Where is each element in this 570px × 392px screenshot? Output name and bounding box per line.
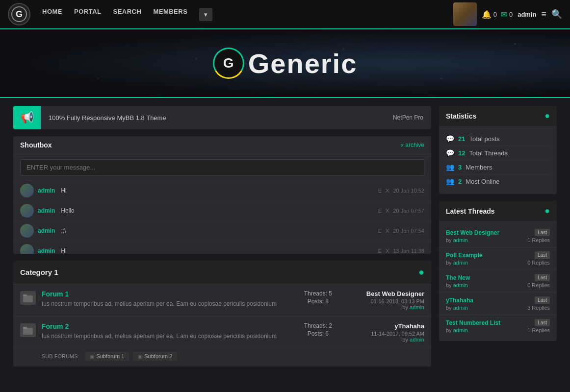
forum-info: Forum 2 Ius nostrum temporibus ad, meliu… xyxy=(42,322,290,341)
shout-delete-button[interactable]: X xyxy=(386,228,389,234)
comment-icon: 💬 xyxy=(446,135,454,143)
thread-last-button[interactable]: Last xyxy=(535,296,550,304)
nav-search[interactable]: SEARCH xyxy=(113,8,141,21)
main-content: 📢 100% Fully Responsive MyBB 1.8 Theme N… xyxy=(5,98,565,374)
username-label: admin xyxy=(518,11,536,18)
thread-count: Threads: 5 xyxy=(304,290,332,297)
shout-actions: E X xyxy=(378,248,389,254)
shout-author[interactable]: admin xyxy=(38,187,55,194)
search-icon-button[interactable]: 🔍 xyxy=(551,9,562,20)
svg-rect-14 xyxy=(23,327,27,329)
last-thread-title[interactable]: yThahaha xyxy=(346,322,424,330)
thread-name[interactable]: Best Web Designer xyxy=(446,229,531,236)
shout-delete-button[interactable]: X xyxy=(386,208,389,214)
statistics-toggle[interactable]: ● xyxy=(544,111,550,121)
avatar xyxy=(20,184,34,197)
nav-links: HOME PORTAL SEARCH MEMBERS ▾ xyxy=(42,8,453,21)
last-post-author-link[interactable]: admin xyxy=(410,337,424,343)
shout-author[interactable]: admin xyxy=(38,207,55,214)
thread-author-link[interactable]: admin xyxy=(453,282,468,288)
thread-author-link[interactable]: admin xyxy=(453,237,468,243)
subforum-tag[interactable]: ▣ Subforum 1 xyxy=(85,352,129,361)
thread-last-button[interactable]: Last xyxy=(535,274,550,281)
shout-author[interactable]: admin xyxy=(38,247,55,254)
forum-name[interactable]: Forum 2 xyxy=(42,322,290,330)
shoutbox-title: Shoutbox xyxy=(20,141,52,149)
nav-dropdown-button[interactable]: ▾ xyxy=(199,8,212,21)
banner-logo: G xyxy=(213,48,244,79)
thread-by: by admin xyxy=(446,327,468,333)
shout-time: 13 Jan 11:38 xyxy=(393,248,424,254)
forum-stats: Threads: 5 Posts: 8 xyxy=(296,290,340,306)
svg-rect-11 xyxy=(23,295,33,302)
list-item: admin ;;\ E X 20 Jan 07:54 xyxy=(13,220,431,241)
latest-threads-panel: Latest Threads ● Best Web Designer Last … xyxy=(439,201,557,341)
shout-time: 20 Jan 10:52 xyxy=(393,188,424,194)
svg-point-9 xyxy=(98,78,99,79)
thread-author-link[interactable]: admin xyxy=(453,327,468,333)
right-sidebar: Statistics ● 💬 21 Total posts 💬 12 Total… xyxy=(439,106,557,367)
forum-icon xyxy=(20,291,36,305)
thread-name[interactable]: Poll Example xyxy=(446,252,531,259)
category-toggle[interactable]: ● xyxy=(418,267,424,278)
shoutbox-archive-link[interactable]: « archive xyxy=(400,142,424,148)
shout-actions: E X xyxy=(378,228,389,234)
thread-top: Test Numbered List Last xyxy=(446,319,550,326)
nav-members[interactable]: MEMBERS xyxy=(153,8,187,21)
last-post-author-link[interactable]: admin xyxy=(410,304,424,310)
last-thread-date: 11-14-2017, 09:52 AM xyxy=(346,331,424,337)
thread-by: by admin xyxy=(446,282,468,288)
nav-home[interactable]: HOME xyxy=(42,8,62,21)
category-section: Category 1 ● Forum 1 Ius nostrum tempori… xyxy=(13,261,431,367)
forum-info: Forum 1 Ius nostrum temporibus ad, meliu… xyxy=(42,290,290,308)
site-logo[interactable]: G xyxy=(8,3,30,25)
statistics-list: 💬 21 Total posts 💬 12 Total Threads 👥 3 … xyxy=(439,126,557,194)
shout-author[interactable]: admin xyxy=(38,227,55,234)
list-item: admin Hi E X 20 Jan 10:52 xyxy=(13,180,431,200)
post-count: Posts: 6 xyxy=(304,330,332,337)
shout-delete-button[interactable]: X xyxy=(386,188,389,194)
forum-stats: Threads: 2 Posts: 6 xyxy=(296,322,340,338)
thread-top: yThahaha Last xyxy=(446,296,550,304)
hamburger-menu-button[interactable]: ≡ xyxy=(541,9,546,20)
thread-author-link[interactable]: admin xyxy=(453,305,468,311)
nav-portal[interactable]: PORTAL xyxy=(74,8,101,21)
thread-by: by admin xyxy=(446,305,468,311)
thread-last-button[interactable]: Last xyxy=(535,319,550,326)
thread-name[interactable]: Test Numbered List xyxy=(446,319,531,326)
notification-area: 🔔 0 ✉ 0 admin xyxy=(482,10,537,19)
shout-edit-button[interactable]: E xyxy=(378,228,382,234)
announcement-icon: 📢 xyxy=(13,106,41,129)
shout-delete-button[interactable]: X xyxy=(386,248,389,254)
thread-by: by admin xyxy=(446,260,468,266)
announcement-bar: 📢 100% Fully Responsive MyBB 1.8 Theme N… xyxy=(13,106,431,129)
last-thread-title[interactable]: Best Web Designer xyxy=(346,290,424,297)
logo-letter: G xyxy=(11,6,27,22)
announcement-link[interactable]: NetPen Pro xyxy=(393,114,431,121)
forum-name[interactable]: Forum 1 xyxy=(42,290,290,298)
mail-icon: ✉ xyxy=(501,10,507,19)
subforum-tag[interactable]: ▣ Subforum 2 xyxy=(133,352,177,361)
latest-threads-header: Latest Threads ● xyxy=(439,201,557,221)
thread-author-link[interactable]: admin xyxy=(453,260,468,266)
thread-name[interactable]: The New xyxy=(446,274,531,281)
total-threads-count: 12 xyxy=(458,149,465,157)
shout-edit-button[interactable]: E xyxy=(378,188,382,194)
latest-threads-toggle[interactable]: ● xyxy=(544,206,550,216)
shout-edit-button[interactable]: E xyxy=(378,208,382,214)
thread-item: Best Web Designer Last by admin 1 Replie… xyxy=(439,225,557,247)
thread-last-button[interactable]: Last xyxy=(535,251,550,259)
latest-threads-title: Latest Threads xyxy=(446,207,495,215)
thread-item: Test Numbered List Last by admin 1 Repli… xyxy=(439,315,557,337)
stat-item: 👥 2 Most Online xyxy=(446,174,550,188)
folder-icon xyxy=(23,294,33,302)
svg-rect-12 xyxy=(23,294,27,296)
shoutbox-message-input[interactable] xyxy=(20,159,424,175)
thread-replies: 3 Replies xyxy=(527,305,550,311)
thread-replies: 1 Replies xyxy=(527,237,550,243)
shout-edit-button[interactable]: E xyxy=(378,248,382,254)
total-threads-label: Total Threads xyxy=(469,149,508,157)
thread-name[interactable]: yThahaha xyxy=(446,297,531,304)
thread-last-button[interactable]: Last xyxy=(535,229,550,236)
subforum-folder-icon: ▣ xyxy=(90,354,94,359)
